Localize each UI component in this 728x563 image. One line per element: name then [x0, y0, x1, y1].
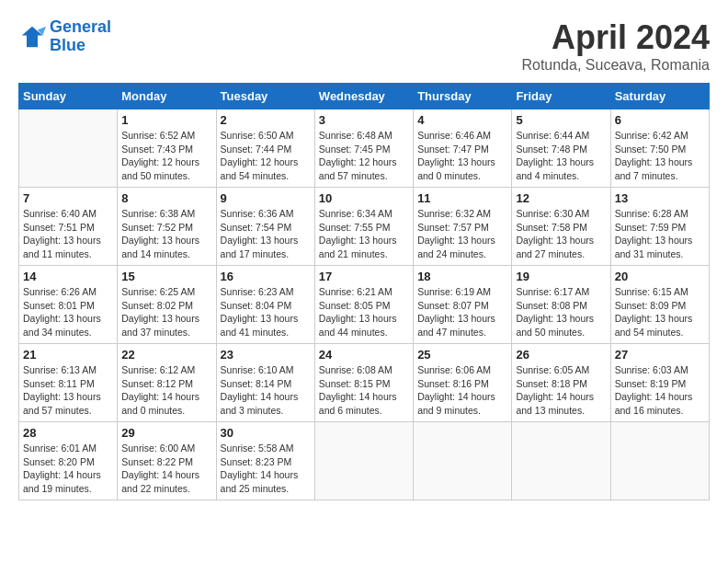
calendar-cell: 30Sunrise: 5:58 AM Sunset: 8:23 PM Dayli…	[216, 422, 314, 500]
day-number: 11	[417, 191, 507, 205]
day-number: 24	[319, 348, 409, 362]
day-number: 15	[121, 270, 211, 283]
calendar-cell: 3Sunrise: 6:48 AM Sunset: 7:45 PM Daylig…	[314, 109, 413, 188]
day-number: 3	[319, 113, 409, 127]
calendar-cell: 12Sunrise: 6:30 AM Sunset: 7:58 PM Dayli…	[512, 188, 610, 266]
day-info: Sunrise: 6:52 AM Sunset: 7:43 PM Dayligh…	[121, 129, 211, 183]
calendar-cell: 9Sunrise: 6:36 AM Sunset: 7:54 PM Daylig…	[216, 188, 314, 266]
calendar-cell: 25Sunrise: 6:06 AM Sunset: 8:16 PM Dayli…	[414, 344, 512, 422]
day-info: Sunrise: 5:58 AM Sunset: 8:23 PM Dayligh…	[221, 442, 311, 496]
header-row: SundayMondayTuesdayWednesdayThursdayFrid…	[19, 84, 710, 109]
day-info: Sunrise: 6:21 AM Sunset: 8:05 PM Dayligh…	[319, 285, 409, 339]
calendar-table: SundayMondayTuesdayWednesdayThursdayFrid…	[18, 83, 710, 500]
day-number: 17	[319, 270, 409, 283]
day-of-week-header: Thursday	[414, 84, 512, 109]
day-info: Sunrise: 6:25 AM Sunset: 8:02 PM Dayligh…	[121, 285, 211, 339]
calendar-cell: 29Sunrise: 6:00 AM Sunset: 8:22 PM Dayli…	[118, 422, 216, 500]
calendar-cell: 15Sunrise: 6:25 AM Sunset: 8:02 PM Dayli…	[118, 266, 216, 344]
day-info: Sunrise: 6:03 AM Sunset: 8:19 PM Dayligh…	[615, 363, 705, 418]
calendar-body: 1Sunrise: 6:52 AM Sunset: 7:43 PM Daylig…	[19, 109, 710, 500]
day-number: 10	[319, 191, 409, 205]
logo-icon	[18, 23, 46, 51]
day-info: Sunrise: 6:40 AM Sunset: 7:51 PM Dayligh…	[23, 207, 113, 261]
logo-line1: General	[50, 17, 111, 36]
calendar-cell: 19Sunrise: 6:17 AM Sunset: 8:08 PM Dayli…	[512, 266, 610, 344]
month-title: April 2024	[521, 18, 710, 57]
day-of-week-header: Saturday	[610, 84, 709, 109]
calendar-cell: 21Sunrise: 6:13 AM Sunset: 8:11 PM Dayli…	[19, 344, 118, 422]
day-info: Sunrise: 6:01 AM Sunset: 8:20 PM Dayligh…	[23, 442, 113, 496]
page-header: General Blue April 2024 Rotunda, Suceava…	[18, 18, 710, 74]
calendar-cell: 13Sunrise: 6:28 AM Sunset: 7:59 PM Dayli…	[610, 188, 709, 266]
day-of-week-header: Tuesday	[216, 84, 314, 109]
day-number: 25	[417, 348, 507, 362]
day-number: 20	[615, 270, 705, 283]
day-info: Sunrise: 6:42 AM Sunset: 7:50 PM Dayligh…	[615, 129, 705, 183]
calendar-cell: 23Sunrise: 6:10 AM Sunset: 8:14 PM Dayli…	[216, 344, 314, 422]
day-of-week-header: Wednesday	[314, 84, 413, 109]
calendar-cell	[19, 109, 118, 188]
calendar-week-row: 14Sunrise: 6:26 AM Sunset: 8:01 PM Dayli…	[19, 266, 710, 344]
day-number: 30	[221, 426, 311, 440]
day-info: Sunrise: 6:17 AM Sunset: 8:08 PM Dayligh…	[516, 285, 606, 339]
day-info: Sunrise: 6:15 AM Sunset: 8:09 PM Dayligh…	[615, 285, 705, 339]
day-number: 9	[221, 191, 311, 205]
day-number: 5	[516, 113, 606, 127]
day-of-week-header: Friday	[512, 84, 610, 109]
day-info: Sunrise: 6:44 AM Sunset: 7:48 PM Dayligh…	[516, 129, 606, 183]
calendar-cell: 27Sunrise: 6:03 AM Sunset: 8:19 PM Dayli…	[610, 344, 709, 422]
calendar-header: SundayMondayTuesdayWednesdayThursdayFrid…	[19, 84, 710, 109]
day-number: 27	[615, 348, 705, 362]
day-number: 12	[516, 191, 606, 205]
day-number: 8	[121, 191, 211, 205]
day-info: Sunrise: 6:50 AM Sunset: 7:44 PM Dayligh…	[221, 129, 311, 183]
day-info: Sunrise: 6:10 AM Sunset: 8:14 PM Dayligh…	[221, 363, 311, 418]
day-info: Sunrise: 6:30 AM Sunset: 7:58 PM Dayligh…	[516, 207, 606, 261]
calendar-cell	[414, 422, 512, 500]
day-info: Sunrise: 6:23 AM Sunset: 8:04 PM Dayligh…	[221, 285, 311, 339]
day-number: 1	[121, 113, 211, 127]
calendar-cell: 16Sunrise: 6:23 AM Sunset: 8:04 PM Dayli…	[216, 266, 314, 344]
calendar-cell: 11Sunrise: 6:32 AM Sunset: 7:57 PM Dayli…	[414, 188, 512, 266]
day-info: Sunrise: 6:19 AM Sunset: 8:07 PM Dayligh…	[417, 285, 507, 339]
calendar-cell	[314, 422, 413, 500]
calendar-cell: 1Sunrise: 6:52 AM Sunset: 7:43 PM Daylig…	[118, 109, 216, 188]
day-number: 16	[221, 270, 311, 283]
calendar-cell: 10Sunrise: 6:34 AM Sunset: 7:55 PM Dayli…	[314, 188, 413, 266]
day-number: 14	[23, 270, 113, 283]
day-number: 19	[516, 270, 606, 283]
day-number: 23	[221, 348, 311, 362]
calendar-cell: 5Sunrise: 6:44 AM Sunset: 7:48 PM Daylig…	[512, 109, 610, 188]
logo-text: General Blue	[50, 18, 111, 55]
day-number: 2	[221, 113, 311, 127]
calendar-cell: 6Sunrise: 6:42 AM Sunset: 7:50 PM Daylig…	[610, 109, 709, 188]
day-info: Sunrise: 6:46 AM Sunset: 7:47 PM Dayligh…	[417, 129, 507, 183]
calendar-cell: 4Sunrise: 6:46 AM Sunset: 7:47 PM Daylig…	[414, 109, 512, 188]
calendar-cell: 18Sunrise: 6:19 AM Sunset: 8:07 PM Dayli…	[414, 266, 512, 344]
location-subtitle: Rotunda, Suceava, Romania	[521, 57, 710, 74]
day-number: 21	[23, 348, 113, 362]
calendar-week-row: 7Sunrise: 6:40 AM Sunset: 7:51 PM Daylig…	[19, 188, 710, 266]
day-number: 4	[417, 113, 507, 127]
day-number: 26	[516, 348, 606, 362]
day-info: Sunrise: 6:48 AM Sunset: 7:45 PM Dayligh…	[319, 129, 409, 183]
calendar-cell: 2Sunrise: 6:50 AM Sunset: 7:44 PM Daylig…	[216, 109, 314, 188]
day-of-week-header: Sunday	[19, 84, 118, 109]
day-info: Sunrise: 6:12 AM Sunset: 8:12 PM Dayligh…	[121, 363, 211, 418]
title-block: April 2024 Rotunda, Suceava, Romania	[521, 18, 710, 74]
logo-line2: Blue	[50, 36, 85, 54]
day-info: Sunrise: 6:05 AM Sunset: 8:18 PM Dayligh…	[516, 363, 606, 418]
calendar-cell: 20Sunrise: 6:15 AM Sunset: 8:09 PM Dayli…	[610, 266, 709, 344]
day-info: Sunrise: 6:36 AM Sunset: 7:54 PM Dayligh…	[221, 207, 311, 261]
logo: General Blue	[18, 18, 111, 55]
day-number: 28	[23, 426, 113, 440]
day-info: Sunrise: 6:26 AM Sunset: 8:01 PM Dayligh…	[23, 285, 113, 339]
calendar-cell: 24Sunrise: 6:08 AM Sunset: 8:15 PM Dayli…	[314, 344, 413, 422]
calendar-week-row: 21Sunrise: 6:13 AM Sunset: 8:11 PM Dayli…	[19, 344, 710, 422]
day-info: Sunrise: 6:13 AM Sunset: 8:11 PM Dayligh…	[23, 363, 113, 418]
day-number: 13	[615, 191, 705, 205]
day-number: 22	[121, 348, 211, 362]
day-info: Sunrise: 6:38 AM Sunset: 7:52 PM Dayligh…	[121, 207, 211, 261]
day-of-week-header: Monday	[118, 84, 216, 109]
day-info: Sunrise: 6:32 AM Sunset: 7:57 PM Dayligh…	[417, 207, 507, 261]
